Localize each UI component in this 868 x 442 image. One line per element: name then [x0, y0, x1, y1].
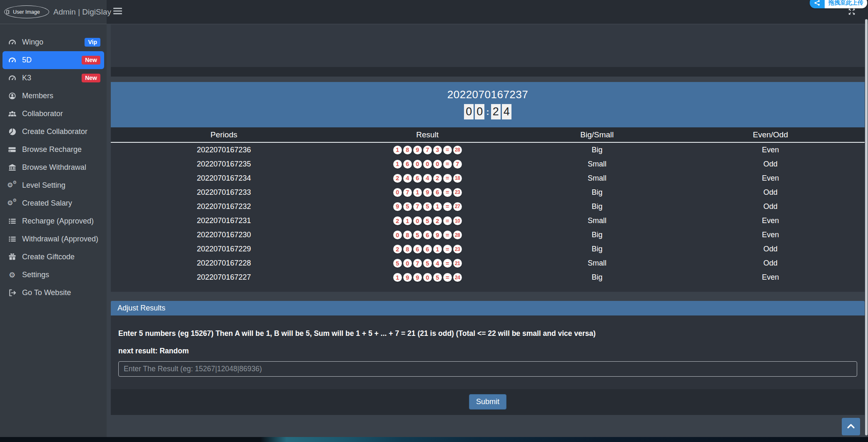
result-digit-ball: 0 [423, 273, 432, 282]
sidebar-item-create-collaborator[interactable]: Create Collaborator [2, 123, 104, 141]
result-balls: 24642=18 [337, 174, 518, 183]
sidebar-item-level-setting[interactable]: ⚙⚙Level Setting [2, 176, 104, 194]
result-digit-ball: 5 [413, 231, 422, 239]
sidebar-item-members[interactable]: Members [2, 87, 104, 105]
result-digit-ball: 9 [393, 202, 402, 211]
sidebar-item-browse-recharge[interactable]: Browse Recharge [2, 141, 104, 159]
even-odd-cell: Odd [676, 259, 865, 268]
sidebar-item-settings[interactable]: ⚙Settings [2, 266, 104, 284]
result-digit-ball: 7 [413, 259, 422, 268]
result-balls: 50754=21 [337, 259, 518, 268]
even-odd-cell: Odd [676, 160, 865, 169]
user-panel: User Image Admin | DigiSlay [0, 0, 107, 24]
broken-image-icon [6, 10, 12, 15]
current-period: 2022070167237 [111, 82, 865, 101]
equals-ball: = [443, 216, 452, 225]
result-digit-ball: 1 [413, 188, 422, 197]
even-odd-cell: Even [676, 273, 865, 282]
result-digit-ball: 2 [393, 216, 402, 225]
scroll-to-top-button[interactable] [842, 418, 860, 435]
column-header-periods: Periods [111, 130, 337, 139]
period-cell: 2022070167230 [111, 231, 337, 239]
empty-panel-body [111, 25, 865, 67]
result-digit-ball: 8 [403, 146, 412, 154]
result-cell: 95751=27 [337, 202, 518, 211]
table-row: 202207016723516000=7SmallOdd [111, 157, 865, 171]
period-banner: 2022070167237 00:24 [111, 82, 865, 127]
result-digit-ball: 7 [423, 146, 432, 154]
cogs-icon: ⚙⚙ [7, 199, 17, 208]
big-small-cell: Big [518, 245, 676, 253]
result-balls: 08569=28 [337, 231, 518, 239]
sidebar-item-collaborator[interactable]: Collaborator [2, 105, 104, 123]
sidebar-item-browse-withdrawal[interactable]: Browse Withdrawal [2, 159, 104, 176]
period-cell: 2022070167229 [111, 245, 337, 253]
sidebar-item-label: Collaborator [22, 109, 63, 118]
result-digit-ball: 8 [403, 231, 412, 239]
sidebar-item-withdrawal-approved[interactable]: Withdrawal (Approved) [2, 230, 104, 248]
sidebar-item-go-to-website[interactable]: Go To Website [2, 284, 104, 302]
result-input[interactable] [118, 361, 857, 377]
sidebar-item-wingo[interactable]: WingoVip [2, 33, 104, 51]
result-digit-ball: 9 [413, 273, 422, 282]
period-cell: 2022070167231 [111, 216, 337, 225]
result-digit-ball: 0 [393, 231, 402, 239]
submit-button[interactable]: Submit [469, 394, 506, 410]
equals-ball: = [443, 188, 452, 197]
table-row: 202207016723307196=23BigOdd [111, 185, 865, 199]
result-digit-ball: 5 [423, 259, 432, 268]
result-digit-ball: 0 [423, 160, 432, 169]
sidebar-item-label: Recharge (Approved) [22, 217, 94, 226]
big-small-cell: Small [518, 259, 676, 268]
table-row: 202207016723008569=28BigEven [111, 228, 865, 242]
result-digit-ball: 2 [433, 174, 442, 183]
hamburger-menu-icon[interactable] [113, 7, 122, 15]
sign-out-icon [7, 289, 17, 297]
sidebar-item-created-salary[interactable]: ⚙⚙Created Salary [2, 194, 104, 212]
cogs-icon: ⚙⚙ [7, 181, 17, 190]
gauge-icon [7, 74, 17, 82]
result-cell: 18973=28 [337, 146, 518, 154]
sidebar-item-k3[interactable]: K3New [2, 69, 104, 87]
result-digit-ball: 9 [413, 146, 422, 154]
sidebar-item-recharge-approved[interactable]: Recharge (Approved) [2, 212, 104, 230]
table-row: 202207016723618973=28BigEven [111, 143, 865, 157]
upload-overlay-badge[interactable]: 拖拽至此上传 [810, 0, 867, 8]
even-odd-cell: Even [676, 146, 865, 154]
result-digit-ball: 1 [393, 273, 402, 282]
result-cell: 08569=28 [337, 231, 518, 239]
result-digit-ball: 6 [423, 231, 432, 239]
result-digit-ball: 0 [403, 259, 412, 268]
result-digit-ball: 6 [413, 245, 422, 253]
user-title: Admin | DigiSlay [53, 7, 111, 17]
result-digit-ball: 5 [423, 216, 432, 225]
table-row: 202207016722719905=24BigEven [111, 271, 865, 285]
sidebar: User Image Admin | DigiSlay WingoVip5DNe… [0, 0, 107, 437]
sidebar-item-label: 5D [22, 56, 32, 65]
sum-ball: 23 [453, 188, 462, 197]
even-odd-cell: Even [676, 174, 865, 183]
sidebar-item-5d[interactable]: 5DNew [2, 51, 104, 69]
result-cell: 19905=24 [337, 273, 518, 282]
result-cell: 21052=10 [337, 216, 518, 225]
result-digit-ball: 4 [403, 174, 412, 183]
top-navbar [107, 0, 868, 24]
result-digit-ball: 2 [393, 174, 402, 183]
gift-icon [7, 253, 17, 261]
result-digit-ball: 9 [403, 273, 412, 282]
gauge-icon [7, 38, 17, 46]
avatar-alt-text: User Image [13, 9, 40, 15]
sum-ball: 7 [453, 160, 462, 169]
vertical-scrollbar[interactable] [865, 19, 868, 435]
column-header-big-small: Big/Small [518, 130, 676, 139]
sidebar-item-create-giftcode[interactable]: Create Giftcode [2, 248, 104, 266]
result-digit-ball: 6 [403, 160, 412, 169]
result-cell: 28661=23 [337, 245, 518, 253]
result-balls: 07196=23 [337, 188, 518, 197]
sum-ball: 18 [453, 174, 462, 183]
fullscreen-icon[interactable] [848, 8, 856, 15]
result-digit-ball: 0 [433, 160, 442, 169]
result-cell: 16000=7 [337, 160, 518, 169]
big-small-cell: Big [518, 146, 676, 154]
sum-ball: 27 [453, 202, 462, 211]
